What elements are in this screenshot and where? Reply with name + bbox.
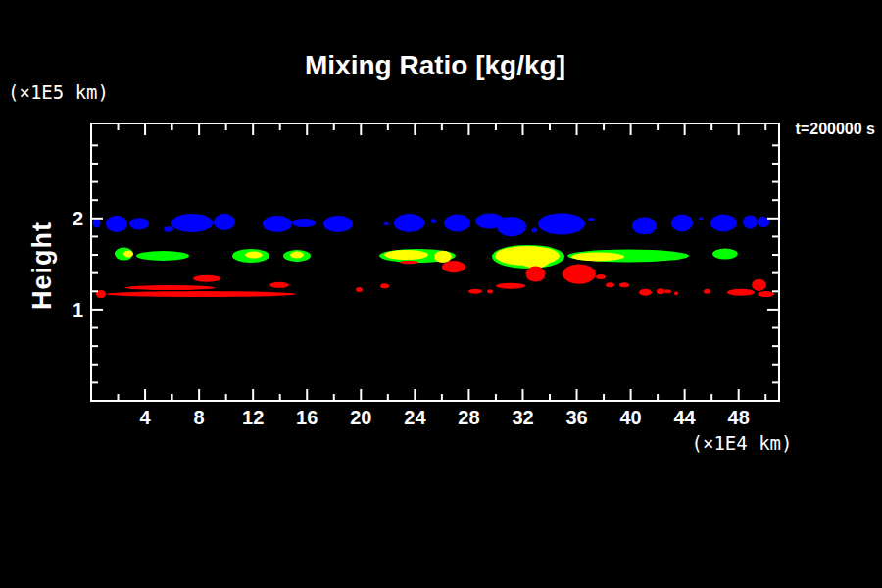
red-contour-blob xyxy=(619,282,629,287)
x-tick-label: 48 xyxy=(728,407,750,428)
x-tick-label: 36 xyxy=(565,407,587,428)
y-axis-title: Height xyxy=(27,221,57,310)
red-contour-blob xyxy=(106,291,296,297)
red-contour-blob xyxy=(496,283,525,289)
red-contour-blob xyxy=(758,291,774,297)
blue-contour-blob xyxy=(172,214,213,232)
red-contour-blob xyxy=(727,289,755,296)
x-tick-label: 24 xyxy=(404,407,426,428)
blue-contour-blob xyxy=(497,217,526,236)
green-contour-blob xyxy=(136,251,189,261)
red-contour-blob xyxy=(657,288,664,294)
x-tick-label: 16 xyxy=(296,407,318,428)
red-contour-blob xyxy=(124,285,216,290)
red-contour-blob xyxy=(442,261,466,272)
blue-contour-blob xyxy=(699,217,703,220)
x-tick-label: 8 xyxy=(194,407,205,428)
red-contour-blob xyxy=(596,274,606,279)
time-annotation: t=200000 s xyxy=(796,121,876,137)
yellow-contour-blob xyxy=(434,251,452,263)
yellow-contour-blob xyxy=(245,252,263,259)
y-tick-label: 1 xyxy=(73,299,83,320)
blue-contour-blob xyxy=(263,216,292,232)
blue-contour-blob xyxy=(632,217,657,234)
red-contour-blob xyxy=(606,282,614,287)
blue-contour-blob xyxy=(531,227,537,232)
red-contour-blob xyxy=(468,289,482,294)
red-contour-blob xyxy=(752,279,766,291)
red-contour-blob xyxy=(270,282,289,288)
red-contour-blob xyxy=(400,261,418,264)
contour-blobs xyxy=(93,213,775,298)
blue-contour-blob xyxy=(214,214,235,230)
red-contour-blob xyxy=(664,289,671,293)
blue-contour-blob xyxy=(444,215,470,232)
blue-contour-blob xyxy=(394,214,424,232)
yellow-contour-blob xyxy=(290,252,304,259)
red-contour-blob xyxy=(526,267,546,282)
plot-title: Mixing Ratio [kg/kg] xyxy=(305,50,565,80)
blue-contour-blob xyxy=(106,216,127,232)
red-contour-blob xyxy=(674,291,678,295)
y-axis-unit-label: (×1E5 km) xyxy=(8,81,109,103)
red-contour-blob xyxy=(563,265,596,284)
x-tick-label: 40 xyxy=(619,407,641,428)
y-tick-label: 2 xyxy=(73,208,83,229)
x-tick-label: 20 xyxy=(350,407,371,428)
red-contour-blob xyxy=(576,269,596,272)
blue-contour-blob xyxy=(671,215,693,232)
plot-window: 481216202428323640444812 Mixing Ratio [k… xyxy=(0,0,882,588)
axes xyxy=(91,123,779,401)
green-contour-blob xyxy=(712,249,738,260)
x-tick-label: 32 xyxy=(512,407,533,428)
blue-contour-blob xyxy=(323,216,353,232)
red-contour-blob xyxy=(356,287,363,292)
plot-frame xyxy=(91,123,779,401)
red-contour-blob xyxy=(193,275,220,282)
blue-contour-blob xyxy=(164,226,173,232)
blue-contour-blob xyxy=(93,218,101,227)
red-contour-blob xyxy=(487,289,493,293)
blue-contour-blob xyxy=(384,222,389,225)
yellow-contour-blob xyxy=(571,252,624,261)
yellow-contour-blob xyxy=(123,251,133,258)
red-contour-blob xyxy=(380,283,389,288)
blue-contour-blob xyxy=(743,216,758,229)
mixing-ratio-contour-plot: 481216202428323640444812 Mixing Ratio [k… xyxy=(0,0,882,588)
blue-contour-blob xyxy=(431,219,436,223)
blue-contour-blob xyxy=(538,213,585,234)
blue-contour-blob xyxy=(292,219,316,227)
x-tick-label: 12 xyxy=(242,407,264,428)
tick-labels: 481216202428323640444812 xyxy=(73,208,750,428)
yellow-contour-blob xyxy=(384,250,428,260)
red-contour-blob xyxy=(639,289,652,296)
red-contour-blob xyxy=(565,268,573,271)
blue-contour-blob xyxy=(710,215,737,232)
x-tick-label: 28 xyxy=(458,407,479,428)
blue-contour-blob xyxy=(129,218,149,229)
x-axis-unit-label: (×1E4 km) xyxy=(692,432,793,454)
x-tick-label: 4 xyxy=(140,407,152,428)
red-contour-blob xyxy=(704,289,710,294)
blue-contour-blob xyxy=(588,218,595,220)
x-tick-label: 44 xyxy=(673,407,696,428)
